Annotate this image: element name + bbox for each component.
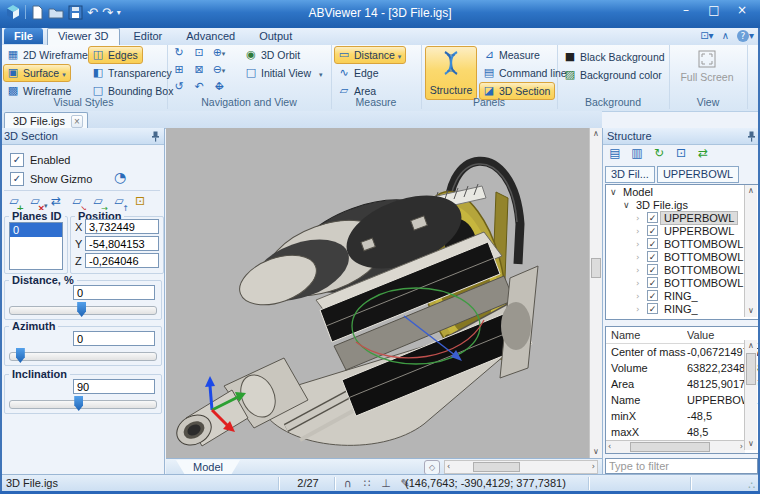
- tree-chevron-icon[interactable]: [636, 252, 646, 262]
- 3d-viewport[interactable]: ∧ ∨ Model ◇ ‹ ›: [166, 128, 602, 474]
- tree-item-label[interactable]: UPPERBOWL: [661, 225, 737, 237]
- tree-row[interactable]: 3D File.igs: [606, 198, 759, 211]
- section-plane-tool-icon[interactable]: [48, 194, 64, 210]
- tree-row[interactable]: UPPERBOWL: [606, 224, 759, 237]
- close-button[interactable]: ×: [728, 0, 756, 20]
- distance-field[interactable]: [73, 285, 155, 300]
- tree-item-label[interactable]: 3D File.igs: [633, 199, 691, 211]
- black-background-button[interactable]: Black Background: [560, 48, 670, 66]
- inclination-slider[interactable]: [9, 400, 157, 409]
- help-icon[interactable]: ?▾: [737, 30, 754, 42]
- maximize-button[interactable]: □: [700, 0, 728, 20]
- flip-plane-dropdown-icon[interactable]: [44, 198, 48, 210]
- status-toggle-icon[interactable]: [380, 477, 392, 491]
- tree-checkbox[interactable]: [647, 225, 658, 236]
- initial-view-button[interactable]: Initial View: [241, 64, 316, 82]
- tree-chevron-icon[interactable]: [636, 265, 646, 275]
- structure-button[interactable]: Structure: [425, 46, 477, 100]
- property-row[interactable]: Area 48125,9017897: [606, 376, 759, 392]
- property-row[interactable]: minX -48,5: [606, 408, 759, 424]
- distance-slider-thumb[interactable]: [77, 302, 86, 317]
- scroll-left-icon[interactable]: ‹: [447, 461, 450, 473]
- tree-item-label[interactable]: BOTTOMBOWL: [661, 277, 746, 289]
- 2d-wireframe-button[interactable]: 2D Wireframe: [3, 46, 93, 64]
- tree-vscrollbar[interactable]: ∧ ∨: [744, 185, 757, 317]
- edges-button[interactable]: Edges: [88, 46, 143, 64]
- surface-button[interactable]: Surface: [3, 64, 71, 82]
- section-plane-tool-icon[interactable]: [132, 194, 148, 210]
- structure-tree[interactable]: Model 3D File.igs UPPERBOWL UPPERBOWL: [605, 184, 760, 320]
- property-row[interactable]: Name UPPERBOWL: [606, 392, 759, 408]
- tab-output[interactable]: Output: [249, 28, 302, 44]
- section-plane-tool-icon[interactable]: [27, 194, 43, 210]
- transparency-button[interactable]: Transparency: [88, 64, 177, 82]
- grid-vscrollbar[interactable]: ∧ ∨: [744, 340, 757, 450]
- scroll-down-icon[interactable]: ∨: [590, 446, 602, 458]
- section-plane-tool-icon[interactable]: [69, 194, 85, 210]
- viewport-vscrollbar[interactable]: ∧ ∨: [589, 128, 602, 458]
- property-row[interactable]: Volume 63822,2348948: [606, 360, 759, 376]
- tree-row[interactable]: RING_: [606, 302, 759, 315]
- document-tab[interactable]: 3D File.igs ×: [4, 112, 88, 129]
- navigation-tool-icon[interactable]: [212, 46, 226, 63]
- structure-tool-icon[interactable]: [651, 146, 667, 162]
- scroll-up-icon[interactable]: ∧: [590, 128, 602, 140]
- tree-row[interactable]: UPPERBOWL: [606, 211, 759, 224]
- tree-checkbox[interactable]: [647, 251, 658, 262]
- navigation-tool-icon[interactable]: [192, 80, 206, 97]
- scroll-right-icon[interactable]: ›: [592, 461, 595, 473]
- structure-tool-icon[interactable]: [673, 146, 689, 162]
- tree-row[interactable]: BOTTOMBOWL: [606, 237, 759, 250]
- scroll-up-icon[interactable]: ∧: [745, 340, 757, 352]
- tree-row[interactable]: BOTTOMBOWL: [606, 276, 759, 289]
- scroll-down-icon[interactable]: ∨: [745, 438, 757, 450]
- scroll-right-icon[interactable]: ›: [740, 441, 743, 453]
- tree-item-label[interactable]: BOTTOMBOWL: [661, 264, 746, 276]
- navigation-tool-icon[interactable]: [172, 46, 186, 63]
- scroll-left-icon[interactable]: ‹: [608, 441, 611, 453]
- structure-tool-icon[interactable]: [607, 146, 623, 162]
- model-sheet-tab[interactable]: Model: [176, 460, 240, 475]
- tree-row[interactable]: RING_: [606, 289, 759, 302]
- tree-item-label[interactable]: RING_: [661, 290, 701, 302]
- tree-row[interactable]: BOTTOMBOWL: [606, 250, 759, 263]
- distance-dropdown-icon[interactable]: [398, 49, 402, 61]
- status-toggle-icon[interactable]: [342, 477, 354, 491]
- section-plane-tool-icon[interactable]: [111, 194, 127, 210]
- status-toggle-icon[interactable]: [361, 477, 373, 491]
- property-row[interactable]: Center of mass -0,0672149757: [606, 344, 759, 360]
- vscroll-thumb[interactable]: [591, 258, 601, 278]
- viewport-hscrollbar[interactable]: ‹ ›: [444, 460, 598, 474]
- initial-view-dropdown-icon[interactable]: [319, 67, 323, 79]
- navigation-tool-icon[interactable]: [192, 46, 206, 63]
- tree-checkbox[interactable]: [647, 238, 658, 249]
- structure-tool-icon[interactable]: [629, 146, 645, 162]
- collapse-ribbon-icon[interactable]: ∧: [722, 30, 729, 42]
- tree-item-label[interactable]: BOTTOMBOWL: [661, 251, 746, 263]
- show-gizmo-checkbox[interactable]: [10, 172, 24, 186]
- tree-chevron-icon[interactable]: [636, 213, 646, 223]
- distance-button[interactable]: Distance: [334, 46, 406, 64]
- tab-editor[interactable]: Editor: [124, 28, 173, 44]
- tree-checkbox[interactable]: [647, 277, 658, 288]
- tree-chevron-icon[interactable]: [636, 304, 646, 314]
- 3d-orbit-button[interactable]: 3D Orbit: [241, 46, 305, 64]
- tree-chevron-icon[interactable]: [636, 226, 646, 236]
- document-close-icon[interactable]: ×: [71, 115, 83, 128]
- full-screen-button[interactable]: Full Screen: [677, 49, 737, 83]
- tree-item-label[interactable]: RING_: [661, 303, 701, 315]
- planes-id-list[interactable]: 0: [9, 222, 63, 270]
- plane-id-item[interactable]: 0: [10, 223, 62, 237]
- hscroll-thumb[interactable]: [473, 462, 520, 472]
- tree-row[interactable]: Model: [606, 185, 759, 198]
- name-column-header[interactable]: Name: [606, 329, 687, 341]
- distance-slider[interactable]: [9, 306, 157, 315]
- tab-viewer-3d[interactable]: Viewer 3D: [47, 28, 120, 45]
- section-clip-icon[interactable]: [112, 169, 128, 185]
- section-plane-tool-icon[interactable]: [6, 194, 22, 210]
- tree-chevron-icon[interactable]: [610, 187, 620, 197]
- azimuth-field[interactable]: [73, 331, 155, 346]
- property-row[interactable]: maxX 48,5: [606, 424, 759, 440]
- inclination-slider-thumb[interactable]: [74, 396, 83, 411]
- tree-item-label[interactable]: BOTTOMBOWL: [661, 238, 746, 250]
